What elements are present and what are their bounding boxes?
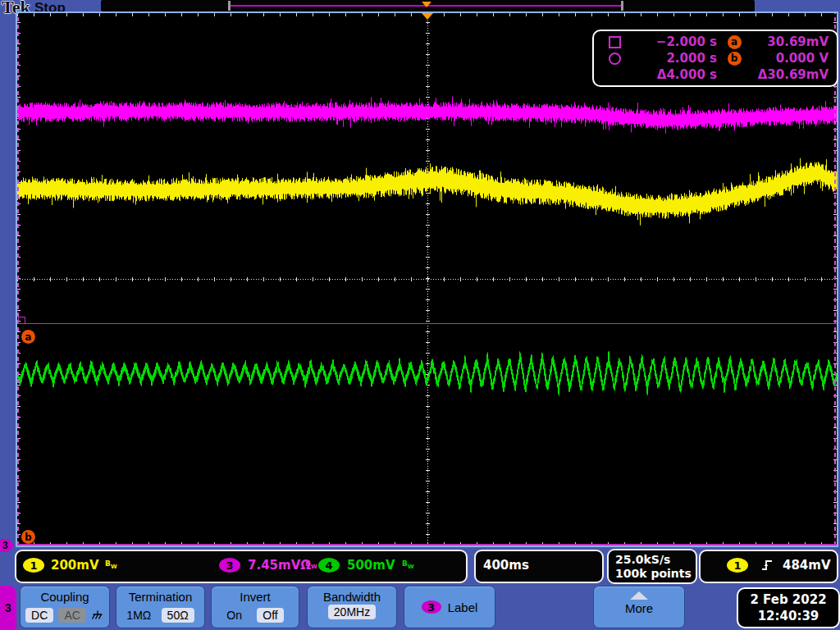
more-button[interactable]: More bbox=[593, 586, 685, 628]
channel-readout-box: 1 200mV BW 3 7.45mVΩ BW 4 500mV BW bbox=[15, 550, 468, 583]
waveform-canvas bbox=[17, 13, 837, 546]
ch3-scale: 7.45mVΩ bbox=[248, 558, 311, 573]
cursor-a-square-icon bbox=[18, 317, 25, 324]
date-value: 2 Feb 2022 bbox=[750, 591, 826, 608]
more-label: More bbox=[594, 601, 684, 615]
cursor2-time: 2.000 s bbox=[630, 51, 717, 66]
ch3-position-marker[interactable]: 3 bbox=[0, 539, 14, 552]
label-channel-badge: 3 bbox=[422, 600, 441, 614]
ch1-bandwidth-icon: BW bbox=[105, 559, 117, 570]
coupling-dc-option[interactable]: DC bbox=[25, 608, 53, 623]
trigger-position-icon[interactable] bbox=[422, 13, 433, 20]
time-cursor-2[interactable] bbox=[834, 13, 836, 546]
cursor-readout-box: −2.000 s a 30.69mV 2.000 s b 0.000 V Δ4.… bbox=[592, 30, 838, 87]
more-up-arrow-icon bbox=[630, 591, 648, 600]
label-text: Label bbox=[448, 600, 478, 614]
cursor2-circle-icon bbox=[609, 52, 621, 65]
amplitude-cursor-b-line[interactable] bbox=[17, 544, 837, 546]
ground-coupling-icon[interactable] bbox=[91, 610, 104, 621]
trigger-position-icon-mini bbox=[422, 2, 431, 7]
label-button[interactable]: 3 Label bbox=[404, 586, 495, 628]
cursor1-time: −2.000 s bbox=[630, 34, 717, 49]
cursor-a-value: 30.69mV bbox=[751, 34, 829, 49]
cursor-a-readout-badge: a bbox=[728, 35, 742, 49]
bandwidth-value[interactable]: 20MHz bbox=[328, 605, 376, 619]
termination-button[interactable]: Termination 1MΩ 50Ω bbox=[116, 586, 205, 628]
termination-1m-option[interactable]: 1MΩ bbox=[126, 609, 151, 622]
sample-rate-box: 25.0kS/s 100k points bbox=[607, 549, 697, 584]
cursor1-square-icon bbox=[609, 36, 621, 48]
acquisition-preview-bar bbox=[101, 0, 755, 11]
cursor-b-badge[interactable]: b bbox=[21, 530, 35, 544]
oscilloscope-screen: Tek Stop a b −2.000 s a bbox=[0, 0, 840, 630]
cursor-b-readout-badge: b bbox=[728, 52, 742, 66]
acquisition-bracket-right bbox=[621, 1, 623, 11]
invert-title: Invert bbox=[212, 590, 299, 604]
termination-50-option[interactable]: 50Ω bbox=[162, 608, 194, 623]
bandwidth-title: Bandwidth bbox=[308, 590, 396, 604]
ch4-bandwidth-icon: BW bbox=[402, 559, 414, 570]
ch3-bandwidth-icon: BW bbox=[305, 559, 317, 570]
trigger-source-badge: 1 bbox=[727, 558, 748, 573]
termination-title: Termination bbox=[116, 590, 204, 604]
time-cursor-1[interactable] bbox=[17, 13, 19, 546]
ch1-badge: 1 bbox=[23, 558, 44, 573]
ch3-badge: 3 bbox=[219, 558, 240, 573]
acquisition-bracket-left bbox=[228, 1, 231, 11]
coupling-ac-option[interactable]: AC bbox=[58, 608, 85, 623]
record-length: 100k points bbox=[615, 567, 692, 580]
ch4-scale: 500mV bbox=[347, 558, 395, 573]
datetime-box: 2 Feb 2022 12:40:39 bbox=[737, 587, 840, 628]
cursor-a-badge[interactable]: a bbox=[21, 330, 35, 344]
sample-rate: 25.0kS/s bbox=[615, 553, 670, 566]
invert-on-option[interactable]: On bbox=[226, 609, 242, 622]
timebase-readout-box: 400ms bbox=[474, 550, 604, 583]
coupling-title: Coupling bbox=[21, 590, 109, 604]
graticule-area: a b bbox=[16, 11, 838, 547]
trigger-level: 484mV bbox=[783, 558, 831, 573]
trigger-slope-icon bbox=[760, 558, 774, 573]
time-value: 12:40:39 bbox=[758, 608, 819, 624]
menu-channel-tab[interactable]: 3 bbox=[0, 586, 16, 630]
cursor-delta-time: Δ4.000 s bbox=[630, 67, 717, 82]
cursor-b-value: 0.000 V bbox=[751, 51, 829, 66]
trigger-readout-box: 1 484mV bbox=[699, 550, 838, 583]
cursor-delta-value: Δ30.69mV bbox=[751, 67, 829, 82]
bandwidth-button[interactable]: Bandwidth 20MHz bbox=[307, 586, 397, 628]
coupling-button[interactable]: Coupling DC AC bbox=[20, 586, 110, 628]
ch1-scale: 200mV bbox=[51, 558, 99, 573]
invert-button[interactable]: Invert On Off bbox=[211, 586, 299, 628]
timebase-value: 400ms bbox=[483, 558, 529, 573]
invert-off-option[interactable]: Off bbox=[257, 608, 283, 623]
amplitude-cursor-a-line[interactable] bbox=[17, 323, 837, 324]
ch4-badge: 4 bbox=[318, 558, 340, 573]
